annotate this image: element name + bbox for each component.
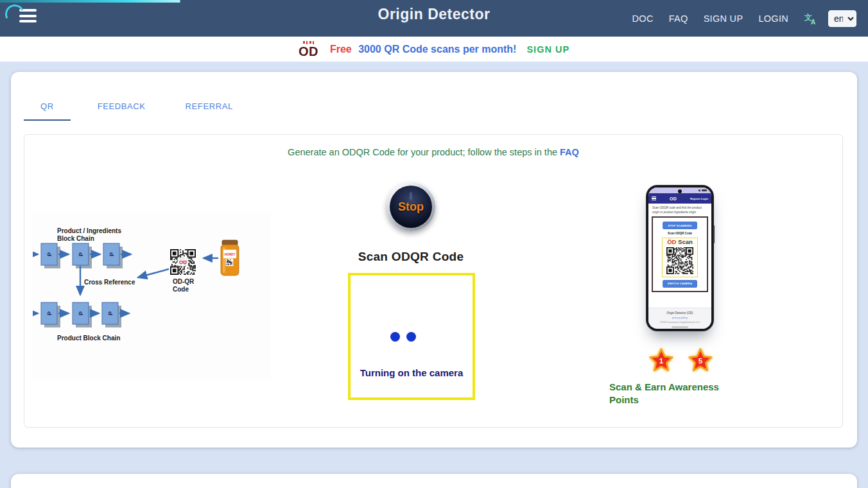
phone-home-indicator <box>672 326 688 328</box>
phone-screen: OD Register Login Scan ODQR code and fin… <box>648 187 711 329</box>
diagram-qr-label-1: OD-QR <box>173 278 195 285</box>
od-logo: OD <box>299 41 318 58</box>
power-icon <box>410 192 412 200</box>
page: Origin Detector DOC FAQ SIGN UP LOGIN 文 … <box>0 0 868 488</box>
stop-button-label: Stop <box>398 200 424 214</box>
diagram-cross-reference-label: Cross Reference <box>84 279 135 286</box>
translate-icon[interactable]: 文 A <box>804 12 818 26</box>
diagram-qr-center-text: OD <box>179 259 187 265</box>
diagram-bottom-label: Product Block Chain <box>57 335 120 342</box>
tab-referral[interactable]: REFERRAL <box>173 93 246 121</box>
blockchain-diagram: P Product / Ingredients Block Chain Cros… <box>33 213 270 379</box>
svg-text:A: A <box>811 19 815 26</box>
main-card: QR FEEDBACK REFERRAL Generate an ODQR Co… <box>11 72 857 448</box>
nav-signup[interactable]: SIGN UP <box>704 13 743 24</box>
phone-scan-title: Scan ODQR Code <box>668 232 692 235</box>
svg-text:5: 5 <box>699 357 703 365</box>
phone-logo: OD <box>670 196 677 201</box>
banner-signup-link[interactable]: SIGN UP <box>526 44 569 55</box>
phone-scan-panel: STOP SCANNING Scan ODQR Code ÖD Scan SWI… <box>652 216 708 292</box>
camera-status-text: Turning on the camera <box>351 367 473 378</box>
honey-jar-illustration: HONEY <box>221 240 239 275</box>
phone-menu-icon <box>652 196 656 200</box>
loading-progress-bar <box>0 0 180 3</box>
phone-od-scan-label: ÖD Scan <box>667 239 693 245</box>
phone-mockup: OD Register Login Scan ODQR code and fin… <box>647 186 713 331</box>
nav-faq[interactable]: FAQ <box>669 13 688 24</box>
phone-switch-camera-button: SWITCH CAMERA <box>663 280 697 288</box>
phone-notch <box>678 189 682 193</box>
promo-scans-text: 3000 QR Code scans per month! <box>358 44 516 55</box>
promo-message: Free 3000 QR Code scans per month! <box>330 44 517 55</box>
phone-stop-scanning-button: STOP SCANNING <box>663 222 697 229</box>
promo-free-text: Free <box>330 44 352 55</box>
loading-dot <box>406 332 416 342</box>
star-badge-1: 1 <box>648 347 675 374</box>
scan-heading: Scan ODQR Code <box>347 250 475 264</box>
phone-description: Scan ODQR code and find the product orig… <box>648 204 711 216</box>
jar-qr-code <box>226 259 234 266</box>
nav-login[interactable]: LOGIN <box>758 13 788 24</box>
camera-viewport: Turning on the camera <box>348 273 475 400</box>
phone-signal-icon <box>699 189 701 192</box>
phone-footer-name: Origin Detector (OD) <box>650 311 710 316</box>
svg-text:1: 1 <box>659 357 664 365</box>
instruction-text: Generate an ODQR Code for your product; … <box>24 147 842 157</box>
instruction-prefix: Generate an ODQR Code for your product; … <box>288 147 560 157</box>
phone-battery-icon <box>702 189 707 192</box>
jar-label: HONEY <box>224 253 236 256</box>
phone-register-login: Register Login <box>690 197 708 200</box>
app-header: Origin Detector DOC FAQ SIGN UP LOGIN 文 … <box>0 0 868 37</box>
tab-qr[interactable]: QR <box>24 93 71 121</box>
faq-link[interactable]: FAQ <box>560 147 579 157</box>
tab-bar: QR FEEDBACK REFERRAL <box>24 93 260 121</box>
stop-button[interactable]: Stop <box>386 182 435 231</box>
header-nav: DOC FAQ SIGN UP LOGIN 文 A en <box>632 0 856 37</box>
promo-banner: OD Free 3000 QR Code scans per month! SI… <box>0 37 868 62</box>
star-badge-5: 5 <box>687 347 714 374</box>
loading-dot <box>390 332 400 342</box>
language-select[interactable]: en <box>828 10 856 27</box>
loading-dots <box>342 332 464 342</box>
scanner-panel: Generate an ODQR Code for your product; … <box>24 134 843 428</box>
diagram-qr-label-2: Code <box>173 286 189 293</box>
reward-stars: 1 5 <box>648 347 714 374</box>
diagram-top-label-2: Block Chain <box>57 235 94 242</box>
phone-qr-code <box>665 246 695 275</box>
phone-qr-box: ÖD Scan <box>662 238 698 277</box>
phone-app-header: OD Register Login <box>648 193 711 204</box>
od-logo-text: OD <box>299 45 318 58</box>
rewards-caption: Scan & Earn Awareness Points <box>609 381 738 406</box>
od-logo-marks <box>303 41 315 44</box>
phone-copyright: ©2023 Casamare OriginDetector LLC <box>650 320 710 324</box>
diagram-top-label-1: Product / Ingredients <box>57 227 121 234</box>
phone-privacy-link: privacy policy <box>650 316 710 320</box>
tab-feedback[interactable]: FEEDBACK <box>85 93 159 121</box>
nav-doc[interactable]: DOC <box>632 13 654 24</box>
secondary-card <box>11 474 857 488</box>
